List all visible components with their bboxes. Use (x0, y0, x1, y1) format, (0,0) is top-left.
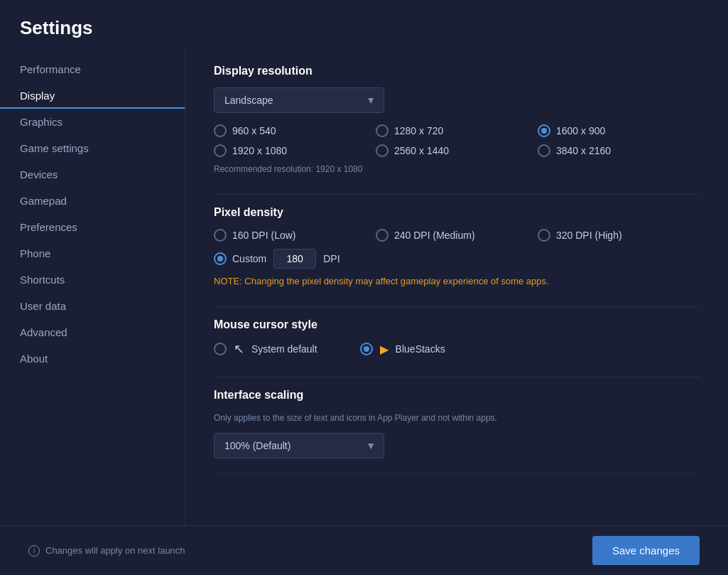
dpi-options: 160 DPI (Low) 240 DPI (Medium) 320 DPI (… (214, 229, 700, 242)
save-button[interactable]: Save changes (592, 536, 700, 565)
sidebar-item-performance[interactable]: Performance (0, 56, 185, 82)
dpi-240-label: 240 DPI (Medium) (394, 230, 475, 241)
dpi-240-radio[interactable] (376, 229, 389, 242)
orientation-dropdown-container: Landscape Portrait ▼ (214, 87, 384, 113)
mouse-cursor-title: Mouse cursor style (214, 318, 700, 331)
resolution-options: 960 x 540 1280 x 720 1600 x 900 1920 x 1… (214, 124, 700, 157)
footer-note-text: Changes will apply on next launch (45, 545, 185, 556)
bottom-divider (214, 473, 700, 473)
interface-scaling-description: Only applies to the size of text and ico… (214, 412, 700, 424)
settings-content: Display resolution Landscape Portrait ▼ … (185, 50, 728, 525)
resolution-2560-1440[interactable]: 2560 x 1440 (376, 144, 538, 157)
scaling-dropdown[interactable]: 75% 100% (Default) 125% 150% (214, 433, 384, 458)
resolution-1280-720-radio[interactable] (376, 124, 389, 137)
info-icon: i (28, 545, 40, 557)
resolution-divider (214, 194, 700, 195)
cursor-divider (214, 377, 700, 377)
resolution-3840-2160-label: 3840 x 2160 (556, 145, 611, 156)
resolution-3840-2160[interactable]: 3840 x 2160 (538, 144, 700, 157)
dpi-320-label: 320 DPI (High) (556, 230, 622, 241)
dpi-custom-input[interactable] (273, 249, 316, 269)
resolution-1600-900-radio[interactable] (538, 124, 550, 137)
dpi-custom-label: Custom (232, 253, 266, 264)
footer: i Changes will apply on next launch Save… (0, 525, 728, 575)
main-layout: Performance Display Graphics Game settin… (0, 50, 728, 525)
footer-note: i Changes will apply on next launch (28, 545, 185, 557)
dpi-240[interactable]: 240 DPI (Medium) (376, 229, 538, 242)
dpi-160[interactable]: 160 DPI (Low) (214, 229, 376, 242)
dpi-160-label: 160 DPI (Low) (232, 230, 295, 241)
system-cursor-icon: ↖ (234, 341, 244, 357)
app-container: Settings Performance Display Graphics Ga… (0, 0, 728, 575)
sidebar-item-game-settings[interactable]: Game settings (0, 135, 185, 161)
orientation-dropdown[interactable]: Landscape Portrait (214, 87, 384, 113)
bluestacks-cursor-icon: ▶ (380, 343, 389, 356)
custom-dpi-row: Custom DPI (214, 249, 700, 269)
dpi-unit-label: DPI (323, 253, 339, 264)
resolution-1920-1080[interactable]: 1920 x 1080 (214, 144, 376, 157)
resolution-960-540-label: 960 x 540 (232, 125, 276, 136)
dpi-custom[interactable]: Custom (214, 252, 266, 265)
resolution-1280-720-label: 1280 x 720 (394, 125, 443, 136)
display-resolution-section: Display resolution Landscape Portrait ▼ … (214, 65, 700, 174)
header: Settings (0, 0, 728, 50)
sidebar-item-graphics[interactable]: Graphics (0, 109, 185, 135)
dpi-warning: NOTE: Changing the pixel density may aff… (214, 276, 700, 286)
sidebar-item-phone[interactable]: Phone (0, 240, 185, 267)
orientation-dropdown-wrapper: Landscape Portrait ▼ (214, 87, 700, 113)
resolution-1600-900[interactable]: 1600 x 900 (538, 124, 700, 137)
resolution-1920-1080-label: 1920 x 1080 (232, 145, 287, 156)
pixel-density-divider (214, 306, 700, 307)
resolution-2560-1440-label: 2560 x 1440 (394, 145, 449, 156)
resolution-3840-2160-radio[interactable] (538, 144, 550, 157)
pixel-density-section: Pixel density 160 DPI (Low) 240 DPI (Med… (214, 206, 700, 286)
interface-scaling-section: Interface scaling Only applies to the si… (214, 389, 700, 458)
resolution-1280-720[interactable]: 1280 x 720 (376, 124, 538, 137)
resolution-960-540[interactable]: 960 x 540 (214, 124, 376, 137)
dpi-custom-radio[interactable] (214, 252, 227, 265)
pixel-density-title: Pixel density (214, 206, 700, 219)
cursor-system-default[interactable]: ↖ System default (214, 341, 317, 357)
resolution-2560-1440-radio[interactable] (376, 144, 389, 157)
resolution-hint: Recommended resolution: 1920 x 1080 (214, 164, 700, 174)
interface-scaling-title: Interface scaling (214, 389, 700, 402)
sidebar-item-shortcuts[interactable]: Shortcuts (0, 267, 185, 293)
cursor-system-label: System default (251, 343, 317, 355)
cursor-bluestacks-label: BlueStacks (396, 343, 445, 355)
sidebar-item-preferences[interactable]: Preferences (0, 214, 185, 240)
scaling-dropdown-container: 75% 100% (Default) 125% 150% ▼ (214, 433, 384, 458)
page-title: Settings (20, 17, 708, 39)
dpi-320-radio[interactable] (538, 229, 550, 242)
dpi-320[interactable]: 320 DPI (High) (538, 229, 700, 242)
resolution-1920-1080-radio[interactable] (214, 144, 227, 157)
dpi-160-radio[interactable] (214, 229, 227, 242)
resolution-960-540-radio[interactable] (214, 124, 227, 137)
cursor-options: ↖ System default ▶ BlueStacks (214, 341, 700, 357)
sidebar-item-about[interactable]: About (0, 345, 185, 372)
sidebar-item-user-data[interactable]: User data (0, 293, 185, 319)
sidebar-item-display[interactable]: Display (0, 82, 185, 109)
sidebar: Performance Display Graphics Game settin… (0, 50, 185, 525)
cursor-bluestacks-radio[interactable] (360, 343, 373, 355)
cursor-bluestacks[interactable]: ▶ BlueStacks (360, 343, 445, 356)
sidebar-item-gamepad[interactable]: Gamepad (0, 188, 185, 214)
resolution-1600-900-label: 1600 x 900 (556, 125, 605, 136)
display-resolution-title: Display resolution (214, 65, 700, 77)
cursor-system-radio[interactable] (214, 343, 227, 355)
sidebar-item-advanced[interactable]: Advanced (0, 319, 185, 345)
mouse-cursor-section: Mouse cursor style ↖ System default ▶ Bl… (214, 318, 700, 357)
sidebar-item-devices[interactable]: Devices (0, 161, 185, 188)
